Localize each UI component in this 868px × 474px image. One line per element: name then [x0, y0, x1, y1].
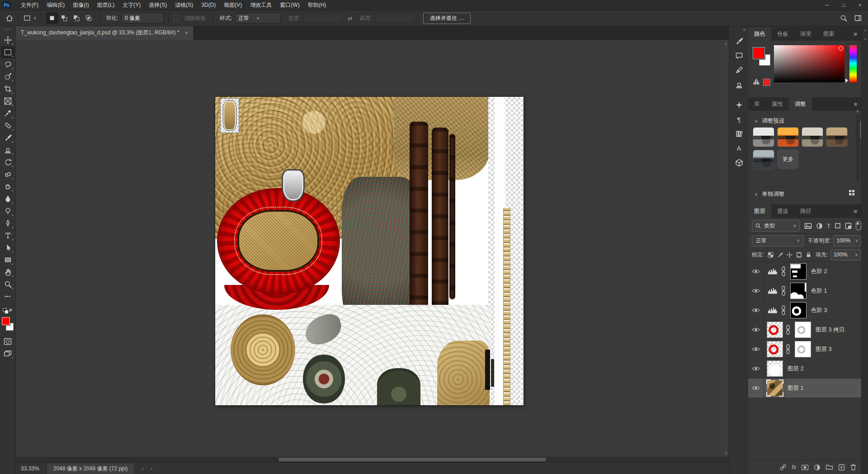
visibility-eye-icon[interactable]: [748, 262, 764, 281]
filter-toggle-pill[interactable]: [856, 221, 861, 230]
layer-name[interactable]: 图层 3: [816, 346, 831, 353]
filter-smart-object-icon[interactable]: [845, 223, 852, 229]
mask-link-icon[interactable]: [781, 266, 786, 276]
status-next-icon[interactable]: ›: [142, 465, 143, 472]
collapse-panels-icon[interactable]: «: [864, 28, 866, 33]
layer-mask-thumbnail[interactable]: [790, 263, 807, 280]
filter-adjustment-layers-icon[interactable]: [816, 223, 823, 229]
layer-mask-thumbnail[interactable]: [795, 341, 811, 357]
opacity-dropdown[interactable]: 100% ∨: [833, 235, 861, 246]
panel-menu-icon[interactable]: ≡: [854, 101, 857, 108]
layer-row[interactable]: 色阶 3: [748, 301, 861, 320]
lock-all-icon[interactable]: [806, 251, 811, 258]
home-icon[interactable]: [5, 14, 14, 22]
brushes-panel-icon[interactable]: [733, 35, 745, 47]
width-input[interactable]: [303, 13, 342, 24]
more-presets-button[interactable]: 更多: [777, 149, 799, 169]
eyedropper-tool[interactable]: [1, 107, 14, 119]
visibility-eye-icon[interactable]: [748, 320, 764, 339]
filter-type-layers-icon[interactable]: T: [827, 223, 830, 229]
layer-thumbnail[interactable]: [767, 322, 783, 338]
rectangular-marquee-tool[interactable]: [1, 46, 14, 58]
fill-dropdown[interactable]: 100% ∨: [830, 249, 861, 261]
menu-filter[interactable]: 滤镜(S): [171, 0, 197, 10]
quick-mask-icon[interactable]: [1, 335, 14, 347]
lasso-tool[interactable]: [1, 58, 14, 71]
blur-tool[interactable]: [1, 193, 14, 205]
panel-menu-icon[interactable]: ≡: [854, 31, 857, 38]
search-icon[interactable]: [840, 14, 847, 22]
saturation-brightness-field[interactable]: [774, 45, 844, 82]
preset-thumbnail-sepia[interactable]: [826, 127, 848, 147]
mask-link-icon[interactable]: [786, 325, 790, 335]
layer-mask-thumbnail[interactable]: [790, 302, 807, 318]
style-dropdown[interactable]: 正常 ∨: [235, 13, 281, 24]
layer-row[interactable]: 图层 2: [748, 359, 861, 379]
minimize-button[interactable]: ─: [819, 0, 835, 10]
layer-name[interactable]: 色阶 2: [811, 268, 827, 275]
libraries-panel-icon[interactable]: [733, 128, 745, 140]
zoom-level[interactable]: 33.33%: [21, 465, 39, 472]
anti-alias-checkbox[interactable]: [173, 15, 179, 21]
tool-preset-picker[interactable]: ∨: [23, 14, 37, 22]
history-brush-tool[interactable]: [1, 156, 14, 168]
new-adjustment-layer-icon[interactable]: [814, 464, 821, 471]
visibility-eye-icon[interactable]: [748, 359, 764, 378]
layer-row[interactable]: 色阶 1: [748, 281, 861, 301]
color-picker-cursor[interactable]: [839, 46, 843, 51]
new-selection-button[interactable]: [46, 12, 58, 24]
layer-style-fx-icon[interactable]: fx: [792, 464, 796, 470]
scroll-up-icon[interactable]: ∧: [864, 37, 867, 41]
intersect-selection-button[interactable]: [83, 12, 95, 24]
menu-file[interactable]: 文件(F): [17, 0, 42, 10]
hue-slider[interactable]: [849, 45, 857, 82]
menu-type[interactable]: 文字(Y): [118, 0, 145, 10]
menu-help[interactable]: 帮助(H): [304, 0, 330, 10]
tab-channels[interactable]: 通道: [771, 204, 794, 218]
height-input[interactable]: [375, 13, 414, 24]
maximize-button[interactable]: □: [835, 0, 852, 10]
hand-tool[interactable]: [1, 266, 14, 278]
close-button[interactable]: ×: [852, 0, 868, 10]
foreground-color-swatch[interactable]: [753, 47, 765, 59]
layer-row[interactable]: 色阶 2: [748, 262, 861, 281]
lock-transparent-pixels-icon[interactable]: [768, 252, 774, 258]
layer-name[interactable]: 图层 3 拷贝: [816, 326, 844, 334]
layer-filter-type-dropdown[interactable]: 类型 ∨: [752, 220, 800, 232]
closest-web-color-swatch[interactable]: [763, 79, 770, 86]
menu-layer[interactable]: 图层(L): [93, 0, 119, 10]
adjustments-scrollbar[interactable]: ∧: [856, 114, 860, 182]
blend-mode-dropdown[interactable]: 正常 ∨: [752, 235, 804, 246]
foreground-color-swatch[interactable]: [2, 317, 10, 325]
path-selection-tool[interactable]: [1, 242, 14, 254]
layer-name[interactable]: 色阶 3: [811, 307, 827, 314]
collapse-dock-icon[interactable]: «: [743, 27, 745, 32]
tab-adjustments[interactable]: 调整: [789, 97, 812, 111]
clone-stamp-tool[interactable]: [1, 144, 14, 156]
paint-bucket-tool[interactable]: [1, 180, 14, 193]
document-tab[interactable]: T_wukong_dashengtao_jianjia_d.psd @ 33.3…: [15, 26, 194, 40]
menu-image[interactable]: 图像(I): [69, 0, 93, 10]
mask-link-icon[interactable]: [786, 344, 790, 354]
tab-layers[interactable]: 图层: [748, 204, 771, 218]
object-selection-tool[interactable]: [1, 71, 14, 83]
screen-mode-icon[interactable]: [1, 347, 14, 360]
filter-pixel-layers-icon[interactable]: [804, 223, 812, 229]
layer-name[interactable]: 色阶 1: [811, 287, 827, 295]
photoshop-logo[interactable]: Ps: [3, 1, 10, 9]
menu-window[interactable]: 窗口(W): [276, 0, 303, 10]
zoom-tool[interactable]: [1, 278, 14, 290]
new-layer-icon[interactable]: [838, 464, 845, 471]
layer-row[interactable]: 图层 3: [748, 340, 861, 359]
menu-plugins[interactable]: 增效工具: [246, 0, 276, 10]
canvas-area[interactable]: ∧ ∨: [15, 40, 729, 457]
preset-thumbnail-dark[interactable]: [753, 150, 774, 170]
scroll-down-icon[interactable]: ∨: [724, 450, 727, 455]
type-tool[interactable]: [1, 229, 14, 242]
workspace-switcher-icon[interactable]: [854, 14, 862, 22]
horizontal-scrollbar-thumb[interactable]: [278, 458, 546, 461]
tab-swatches[interactable]: 色板: [771, 27, 794, 41]
status-prev-icon[interactable]: ‹: [151, 465, 152, 472]
frame-tool[interactable]: [1, 95, 14, 107]
toolbar-drag-handle[interactable]: [4, 28, 11, 30]
